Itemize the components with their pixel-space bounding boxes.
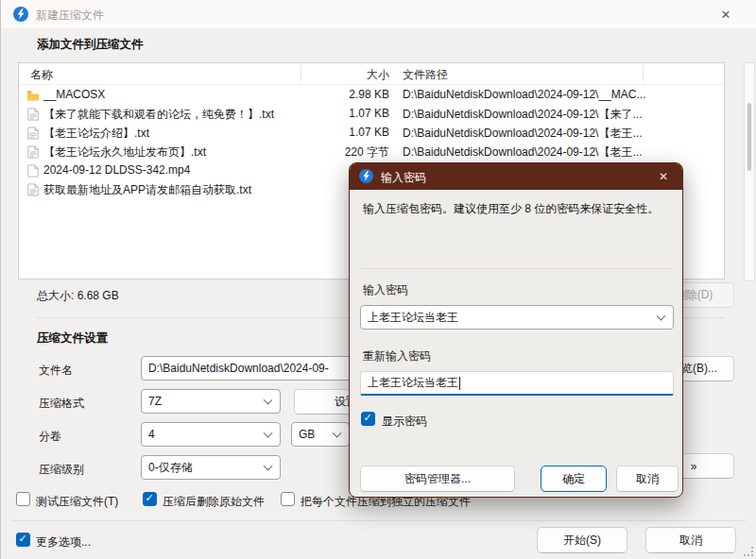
- volume-select[interactable]: 4: [141, 422, 281, 447]
- file-icon: [26, 164, 40, 178]
- format-select[interactable]: 7Z: [141, 389, 281, 414]
- volume-unit-value: GB: [299, 428, 315, 441]
- volume-unit-select[interactable]: GB: [291, 422, 350, 447]
- table-row[interactable]: 【来了就能下载和观看的论坛，纯免费！】.txt 1.07 KB D:\Baidu…: [19, 105, 724, 124]
- test-archive-label[interactable]: 测试压缩文件(T): [36, 494, 118, 510]
- total-size-label: 总大小: 6.68 GB: [37, 288, 119, 304]
- file-size: 1.07 KB: [287, 126, 389, 139]
- file-path: D:\BaiduNetdiskDownload\2024-09-12\【老王..…: [403, 126, 718, 142]
- text-caret: [459, 377, 460, 390]
- file-size: 1.07 KB: [287, 107, 389, 120]
- scrollbar-thumb[interactable]: [747, 103, 751, 171]
- dialog-cancel-button[interactable]: 取消: [616, 466, 679, 492]
- chevron-down-icon: [333, 429, 342, 438]
- confirm-password-label: 重新输入密码: [363, 348, 431, 364]
- delete-after-label[interactable]: 压缩后删除原始文件: [163, 494, 265, 510]
- password-manager-button[interactable]: 密码管理器...: [360, 466, 515, 492]
- dialog-message: 输入压缩包密码。建议使用至少 8 位的密码来保证安全性。: [363, 201, 675, 217]
- close-icon[interactable]: ✕: [644, 163, 682, 190]
- dialog-titlebar: 输入密码 ✕: [350, 163, 682, 190]
- filename-value: D:\BaiduNetdiskDownload\2024-09-: [148, 362, 329, 375]
- chevron-down-icon: [264, 429, 273, 438]
- table-row[interactable]: __MACOSX 2.98 KB D:\BaiduNetdiskDownload…: [19, 86, 724, 105]
- file-size: 2.98 KB: [287, 88, 389, 101]
- file-name: 【来了就能下载和观看的论坛，纯免费！】.txt: [43, 107, 274, 123]
- column-name[interactable]: 名称: [30, 67, 53, 83]
- txt-file-icon: [26, 183, 40, 196]
- file-path: D:\BaiduNetdiskDownload\2024-09-12\__MAC…: [403, 88, 718, 101]
- filename-label: 文件名: [39, 363, 73, 379]
- window-title: 新建压缩文件: [36, 8, 104, 24]
- file-path: D:\BaiduNetdiskDownload\2024-09-12\【老王..…: [403, 144, 718, 161]
- password-value: 上老王论坛当老王: [368, 310, 458, 326]
- archive-settings-section-title: 压缩文件设置: [37, 330, 108, 347]
- test-archive-checkbox[interactable]: [16, 492, 30, 506]
- confirm-password-value: 上老王论坛当老王: [368, 375, 458, 391]
- password-dialog: 输入密码 ✕ 输入压缩包密码。建议使用至少 8 位的密码来保证安全性。 输入密码…: [349, 162, 683, 498]
- file-name: __MACOSX: [43, 88, 105, 101]
- level-select[interactable]: 0-仅存储: [141, 455, 281, 480]
- column-path[interactable]: 文件路径: [403, 67, 448, 83]
- chevron-down-icon: [264, 396, 273, 405]
- bandizip-icon: [13, 7, 28, 22]
- password-combobox[interactable]: 上老王论坛当老王: [360, 305, 674, 330]
- column-divider: [643, 65, 644, 82]
- column-divider: [301, 65, 301, 82]
- password-label: 输入密码: [363, 282, 408, 298]
- confirm-password-input[interactable]: 上老王论坛当老王: [360, 371, 674, 396]
- table-row[interactable]: 【老王论坛永久地址发布页】.txt 220 字节 D:\BaiduNetdisk…: [19, 143, 724, 161]
- add-files-section-title: 添加文件到压缩文件: [37, 37, 144, 53]
- volume-label: 分卷: [39, 429, 61, 445]
- format-value: 7Z: [148, 395, 162, 408]
- divider: [12, 520, 746, 521]
- bandizip-icon: [359, 169, 373, 183]
- file-size: 220 字节: [287, 144, 389, 161]
- start-button[interactable]: 开始(S): [537, 527, 627, 553]
- ok-button[interactable]: 确定: [541, 466, 607, 492]
- titlebar: 新建压缩文件 ✕: [1, 0, 756, 28]
- more-options-checkbox[interactable]: [16, 533, 30, 547]
- show-password-checkbox[interactable]: [361, 412, 375, 426]
- file-name: 【老王论坛介绍】.txt: [43, 126, 149, 142]
- format-label: 压缩格式: [39, 396, 84, 412]
- volume-value: 4: [148, 428, 155, 441]
- txt-file-icon: [26, 145, 40, 159]
- folder-icon: [26, 89, 40, 102]
- level-value: 0-仅存储: [148, 460, 193, 476]
- txt-file-icon: [26, 108, 40, 121]
- delete-after-checkbox[interactable]: [143, 492, 157, 506]
- divider: [361, 268, 673, 269]
- level-label: 压缩级别: [39, 462, 84, 478]
- chevron-down-icon: [657, 312, 666, 321]
- new-archive-window: 新建压缩文件 ✕ 添加文件到压缩文件 名称 大小 文件路径 __MACOSX 2…: [0, 0, 756, 559]
- more-options-label[interactable]: 更多选项...: [36, 534, 91, 551]
- txt-file-icon: [26, 127, 40, 140]
- cancel-button[interactable]: 取消: [645, 527, 736, 553]
- file-list-header[interactable]: 名称 大小 文件路径: [19, 63, 724, 85]
- scrollbar[interactable]: [744, 62, 755, 281]
- show-password-label[interactable]: 显示密码: [382, 414, 427, 430]
- file-name: 【老王论坛永久地址发布页】.txt: [43, 144, 206, 161]
- close-icon[interactable]: ✕: [704, 0, 747, 28]
- chevron-down-icon: [264, 462, 273, 471]
- dialog-title: 输入密码: [381, 170, 426, 186]
- separate-archive-checkbox[interactable]: [281, 492, 295, 506]
- file-path: D:\BaiduNetdiskDownload\2024-09-12\【来了..…: [403, 107, 718, 123]
- resize-grip[interactable]: [744, 547, 753, 556]
- column-size[interactable]: 大小: [302, 67, 389, 83]
- file-name: 2024-09-12 DLDSS-342.mp4: [43, 163, 190, 177]
- table-row[interactable]: 【老王论坛介绍】.txt 1.07 KB D:\BaiduNetdiskDown…: [19, 124, 724, 143]
- file-name: 获取最新地址及APP请发邮箱自动获取.txt: [43, 182, 251, 198]
